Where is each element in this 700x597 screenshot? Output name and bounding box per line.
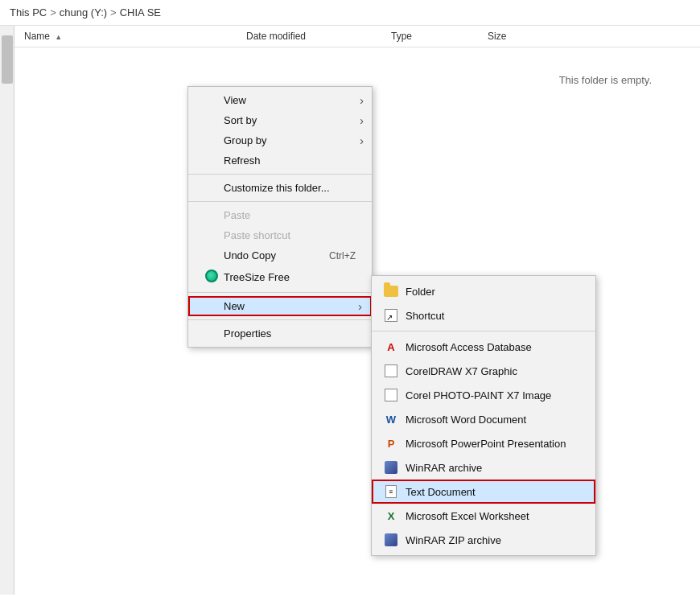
- word-icon: W: [383, 411, 399, 427]
- shortcut-icon: [383, 307, 399, 323]
- scrollbar-thumb[interactable]: [2, 35, 13, 84]
- breadcrumb: This PC > chung (Y:) > CHIA SE: [0, 0, 700, 26]
- submenu-item-folder[interactable]: Folder: [372, 279, 595, 303]
- col-header-size[interactable]: Size: [481, 29, 562, 43]
- menu-item-paste-shortcut[interactable]: Paste shortcut: [188, 225, 372, 245]
- submenu-item-ppt[interactable]: P Microsoft PowerPoint Presentation: [372, 431, 595, 455]
- menu-item-treesize[interactable]: TreeSize Free: [188, 266, 372, 289]
- menu-item-new[interactable]: New: [188, 296, 372, 316]
- submenu-item-corel-photo[interactable]: Corel PHOTO-PAINT X7 Image: [372, 383, 595, 407]
- col-header-type[interactable]: Type: [385, 29, 481, 43]
- submenu-item-text-document[interactable]: ≡ Text Document: [372, 480, 595, 504]
- menu-item-properties[interactable]: Properties: [188, 323, 372, 344]
- context-menu: View Sort by Group by Refresh Customize: [187, 86, 373, 348]
- scrollbar[interactable]: [0, 26, 14, 595]
- menu-item-undo-copy[interactable]: Undo Copy Ctrl+Z: [188, 245, 372, 266]
- submenu-item-access[interactable]: A Microsoft Access Database: [372, 335, 595, 359]
- menu-divider-1: [188, 174, 372, 175]
- submenu-item-shortcut[interactable]: Shortcut: [372, 303, 595, 327]
- menu-item-group-by[interactable]: Group by: [188, 130, 372, 150]
- menu-item-view[interactable]: View: [188, 90, 372, 110]
- sort-arrow-name: ▲: [55, 33, 62, 41]
- submenu-divider-1: [372, 331, 595, 331]
- menu-item-paste[interactable]: Paste: [188, 205, 372, 225]
- text-doc-icon: ≡: [383, 484, 399, 500]
- access-icon: A: [383, 339, 399, 355]
- submenu-item-winrar-zip[interactable]: WinRAR ZIP archive: [372, 528, 595, 552]
- breadcrumb-chung[interactable]: chung (Y:): [60, 6, 107, 19]
- col-header-name[interactable]: Name ▲: [14, 29, 240, 43]
- corel-photo-icon: [383, 387, 399, 403]
- winrar-icon: [383, 459, 399, 476]
- content-area: Name ▲ Date modified Type Size This fold…: [14, 26, 700, 595]
- folder-icon: [383, 283, 399, 299]
- coreldraw-icon: [383, 363, 399, 379]
- breadcrumb-thispc[interactable]: This PC: [10, 6, 47, 19]
- breadcrumb-chiase[interactable]: CHIA SE: [120, 6, 161, 19]
- breadcrumb-sep1: >: [50, 6, 56, 19]
- empty-folder-message: This folder is empty.: [559, 74, 652, 86]
- col-header-date[interactable]: Date modified: [240, 29, 385, 43]
- winrar-zip-icon: [383, 532, 399, 548]
- submenu-item-coreldraw[interactable]: CorelDRAW X7 Graphic: [372, 359, 595, 383]
- submenu-new: Folder Shortcut A Microsoft Access Datab…: [371, 275, 596, 556]
- ppt-icon: P: [383, 435, 399, 451]
- treesize-icon: [204, 270, 219, 285]
- file-area: Name ▲ Date modified Type Size This fold…: [0, 26, 700, 595]
- menu-divider-3: [188, 292, 372, 293]
- submenu-item-excel[interactable]: X Microsoft Excel Worksheet: [372, 504, 595, 528]
- submenu-item-winrar[interactable]: WinRAR archive: [372, 455, 595, 480]
- menu-item-refresh[interactable]: Refresh: [188, 150, 372, 171]
- breadcrumb-sep2: >: [110, 6, 117, 19]
- menu-divider-2: [188, 201, 372, 202]
- submenu-item-word[interactable]: W Microsoft Word Document: [372, 407, 595, 431]
- menu-divider-4: [188, 319, 372, 320]
- menu-item-customize[interactable]: Customize this folder...: [188, 178, 372, 198]
- undo-shortcut: Ctrl+Z: [329, 250, 356, 261]
- column-headers: Name ▲ Date modified Type Size: [14, 26, 700, 47]
- menu-item-sort-by[interactable]: Sort by: [188, 110, 372, 130]
- excel-icon: X: [383, 508, 399, 524]
